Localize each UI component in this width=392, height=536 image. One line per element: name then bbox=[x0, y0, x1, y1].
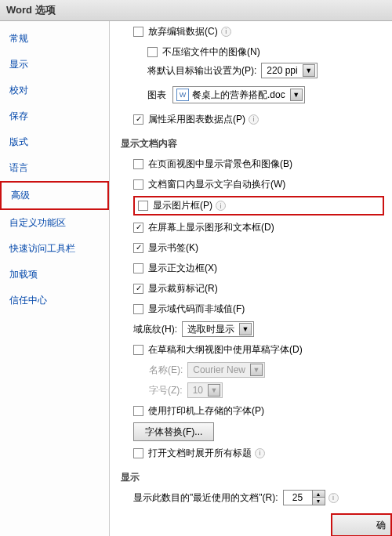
row-field-codes: 显示域代码而非域值(F) bbox=[133, 300, 384, 317]
row-chart-datapoints: 属性采用图表数据点(P) i bbox=[133, 110, 384, 128]
checkbox-drawings[interactable] bbox=[133, 223, 143, 233]
spinner-recent-docs[interactable]: ▲ ▼ bbox=[283, 490, 325, 505]
dropdown-font-size: 10 ▼ bbox=[187, 382, 223, 398]
row-wrap-text: 文档窗口内显示文字自动换行(W) bbox=[133, 176, 384, 193]
chevron-up-icon[interactable]: ▲ bbox=[313, 491, 325, 498]
checkbox-chart-datapoints[interactable] bbox=[133, 114, 143, 125]
label-chart: 图表 bbox=[147, 89, 166, 102]
row-recent-docs: 显示此数目的"最近使用的文档"(R): ▲ ▼ i bbox=[133, 489, 384, 506]
spinner-recent-docs-input[interactable] bbox=[284, 491, 312, 505]
sidebar-item-display[interactable]: 显示 bbox=[0, 52, 109, 78]
sidebar-item-customize-ribbon[interactable]: 自定义功能区 bbox=[0, 210, 109, 236]
checkbox-pic-placeholders[interactable] bbox=[138, 201, 148, 211]
row-discard-edit: 放弃编辑数据(C) i bbox=[133, 23, 384, 40]
row-field-shading: 域底纹(H): 选取时显示 ▼ bbox=[133, 321, 384, 338]
word-file-icon: W bbox=[176, 89, 189, 101]
title-bar: Word 选项 bbox=[0, 0, 392, 21]
row-drawings: 在屏幕上显示图形和文本框(D) bbox=[133, 219, 384, 236]
ok-button[interactable]: 确 bbox=[331, 513, 392, 536]
sidebar-item-quick-access[interactable]: 快速访问工具栏 bbox=[0, 236, 109, 262]
row-font-subst: 字体替换(F)... bbox=[133, 422, 384, 441]
chevron-down-icon: ▼ bbox=[290, 89, 303, 101]
row-chart: 图表 W 餐桌上的营养搭配.doc ▼ bbox=[118, 82, 384, 107]
label-discard-edit: 放弃编辑数据(C) bbox=[148, 25, 218, 38]
window-title: Word 选项 bbox=[6, 4, 56, 16]
row-font-name: 名称(E): Courier New ▼ bbox=[149, 361, 384, 378]
section-title-doc-content: 显示文档内容 bbox=[118, 137, 384, 150]
help-icon[interactable]: i bbox=[221, 27, 231, 37]
checkbox-wrap-text[interactable] bbox=[133, 179, 143, 190]
label-default-output: 将默认目标输出设置为(P): bbox=[147, 64, 256, 78]
row-printer-fonts: 使用打印机上存储的字体(P) bbox=[133, 402, 384, 419]
label-chart-datapoints: 属性采用图表数据点(P) bbox=[148, 113, 245, 126]
row-expand-headings: 打开文档时展开所有标题 i bbox=[133, 444, 384, 462]
checkbox-draft-font[interactable] bbox=[133, 345, 143, 355]
chevron-down-icon: ▼ bbox=[208, 384, 220, 397]
chevron-down-icon: ▼ bbox=[250, 364, 263, 376]
sidebar-item-layout[interactable]: 版式 bbox=[0, 129, 109, 155]
checkbox-field-codes[interactable] bbox=[133, 304, 143, 314]
sidebar-item-language[interactable]: 语言 bbox=[0, 155, 109, 181]
checkbox-crop-marks[interactable] bbox=[133, 284, 143, 294]
dropdown-field-shading[interactable]: 选取时显示 ▼ bbox=[182, 321, 254, 337]
checkbox-printer-fonts[interactable] bbox=[133, 406, 143, 416]
image-size-icon bbox=[118, 49, 143, 74]
row-font-size: 字号(Z): 10 ▼ bbox=[149, 382, 384, 399]
dropdown-chart-file[interactable]: W 餐桌上的营养搭配.doc ▼ bbox=[172, 86, 305, 103]
help-icon[interactable]: i bbox=[328, 493, 339, 503]
section-title-display: 显示 bbox=[118, 471, 384, 484]
row-bookmarks: 显示书签(K) bbox=[133, 239, 384, 256]
help-icon[interactable]: i bbox=[249, 114, 259, 125]
row-pic-placeholders: 显示图片框(P) i bbox=[133, 196, 384, 215]
row-bg-colors: 在页面视图中显示背景色和图像(B) bbox=[133, 155, 384, 172]
row-draft-font: 在草稿和大纲视图中使用草稿字体(D) bbox=[133, 341, 384, 358]
row-image-size: 不压缩文件中的图像(N) 将默认目标输出设置为(P): 220 ppi ▼ bbox=[118, 43, 384, 79]
row-text-boundaries: 显示正文边框(X) bbox=[133, 259, 384, 277]
label-no-compress: 不压缩文件中的图像(N) bbox=[162, 45, 260, 59]
content-pane: 放弃编辑数据(C) i 不压缩文件中的图像(N) 将默认目标输出设置为(P): … bbox=[110, 21, 392, 536]
checkbox-text-boundaries[interactable] bbox=[133, 263, 143, 273]
help-icon[interactable]: i bbox=[255, 448, 265, 458]
chevron-down-icon: ▼ bbox=[239, 323, 252, 335]
sidebar-item-general[interactable]: 常规 bbox=[0, 26, 109, 52]
checkbox-bookmarks[interactable] bbox=[133, 243, 143, 253]
checkbox-expand-headings[interactable] bbox=[133, 448, 143, 458]
checkbox-bg-colors[interactable] bbox=[133, 159, 143, 169]
chart-icon bbox=[118, 82, 143, 107]
font-subst-button[interactable]: 字体替换(F)... bbox=[133, 422, 214, 441]
chevron-down-icon[interactable]: ▼ bbox=[313, 498, 325, 505]
sidebar-item-proofing[interactable]: 校对 bbox=[0, 78, 109, 103]
sidebar-item-trust-center[interactable]: 信任中心 bbox=[0, 288, 109, 313]
sidebar-item-save[interactable]: 保存 bbox=[0, 103, 109, 129]
row-crop-marks: 显示裁剪标记(R) bbox=[133, 280, 384, 297]
checkbox-no-compress[interactable] bbox=[147, 47, 158, 57]
help-icon[interactable]: i bbox=[216, 201, 226, 211]
dropdown-default-output[interactable]: 220 ppi ▼ bbox=[261, 63, 317, 78]
sidebar-item-advanced[interactable]: 高级 bbox=[0, 181, 109, 210]
sidebar-item-addins[interactable]: 加载项 bbox=[0, 262, 109, 288]
chevron-down-icon: ▼ bbox=[303, 64, 315, 77]
sidebar: 常规 显示 校对 保存 版式 语言 高级 自定义功能区 快速访问工具栏 加载项 … bbox=[0, 21, 110, 536]
checkbox-discard-edit[interactable] bbox=[133, 27, 143, 37]
dropdown-font-name: Courier New ▼ bbox=[187, 362, 265, 378]
dialog-body: 常规 显示 校对 保存 版式 语言 高级 自定义功能区 快速访问工具栏 加载项 … bbox=[0, 21, 392, 536]
